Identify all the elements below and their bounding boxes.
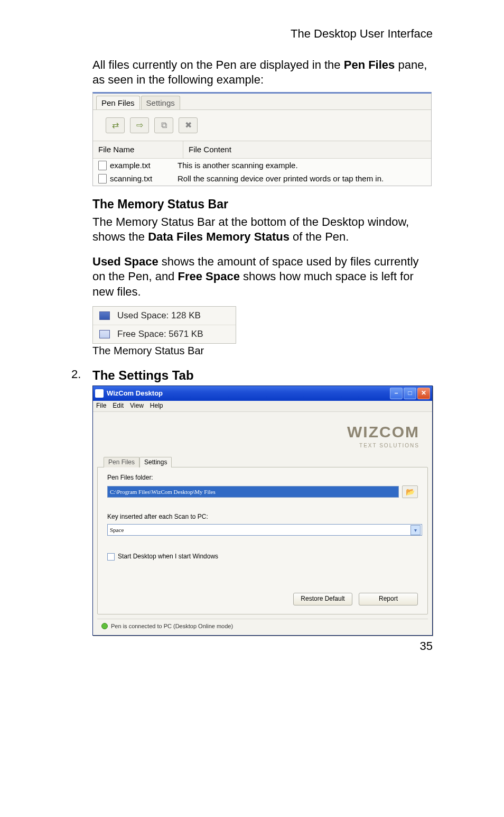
status-online-icon [101, 623, 108, 629]
file-content: Roll the scanning device over printed wo… [178, 173, 426, 184]
menu-file[interactable]: File [96, 402, 106, 410]
brand-sub: TEXT SOLUTIONS [97, 442, 419, 449]
pf-tabstrip: Pen Files Settings [93, 94, 431, 111]
app-icon [95, 389, 104, 398]
list-item-2: 2. The Settings Tab [71, 367, 433, 383]
file-name: example.txt [110, 160, 151, 171]
col-file-content[interactable]: File Content [183, 141, 431, 158]
mem-p1b: Data Files Memory Status [148, 230, 290, 243]
start-with-windows-checkbox[interactable]: Start Desktop when I start Windows [107, 553, 418, 561]
minimize-button[interactable]: – [390, 388, 403, 399]
pf-table-header: File Name File Content [93, 141, 431, 159]
settings-tab-heading: The Settings Tab [92, 367, 194, 383]
tab-pen-files[interactable]: Pen Files [96, 96, 140, 110]
close-button[interactable]: ✕ [417, 388, 430, 399]
file-name: scanning.txt [110, 173, 152, 184]
status-text: Pen is connected to PC (Desktop Online m… [111, 622, 233, 630]
free-space-text: Free Space: 5671 KB [117, 328, 203, 340]
titlebar[interactable]: WizCom Desktop – □ ✕ [93, 386, 432, 401]
intro-paragraph: All files currently on the Pen are displ… [92, 58, 433, 88]
key-label: Key inserted after each Scan to PC: [107, 513, 418, 521]
delete-icon[interactable]: ✖ [179, 117, 198, 133]
statusbar: Pen is connected to PC (Desktop Online m… [97, 619, 428, 632]
menubar: File Edit View Help [93, 401, 432, 412]
file-content: This is another scanning example. [178, 160, 426, 171]
window-body: WIZCOM TEXT SOLUTIONS Pen Files Settings… [93, 412, 432, 636]
used-space-text: Used Space: 128 KB [117, 310, 201, 322]
file-icon [98, 161, 107, 170]
page-number: 35 [71, 639, 433, 654]
page-header: The Desktop User Interface [71, 26, 433, 42]
arrow-right-icon[interactable]: ⇨ [130, 117, 149, 133]
wizcom-window: WizCom Desktop – □ ✕ File Edit View Help… [92, 385, 433, 636]
memory-status-caption: The Memory Status Bar [92, 344, 433, 357]
table-row[interactable]: scanning.txt Roll the scanning device ov… [93, 172, 431, 186]
free-label: Free Space [178, 270, 239, 283]
brand-block: WIZCOM TEXT SOLUTIONS [97, 417, 428, 456]
key-select-value: Space [110, 526, 124, 534]
menu-edit[interactable]: Edit [113, 402, 124, 410]
menu-help[interactable]: Help [150, 402, 163, 410]
tab-settings-2[interactable]: Settings [139, 457, 172, 468]
used-space-row: Used Space: 128 KB [93, 307, 236, 325]
memory-status-bar-image: Used Space: 128 KB Free Space: 5671 KB [92, 306, 236, 344]
table-row[interactable]: example.txt This is another scanning exa… [93, 159, 431, 172]
chevron-down-icon: ▾ [410, 525, 421, 535]
checkbox-box [107, 553, 115, 561]
memory-paragraph-2: Used Space shows the amount of space use… [92, 254, 433, 300]
brand-logo: WIZCOM [97, 421, 419, 442]
checkbox-label: Start Desktop when I start Windows [118, 553, 218, 561]
maximize-button[interactable]: □ [404, 388, 416, 399]
folder-field-row: 📂 [107, 485, 418, 498]
list-number: 2. [71, 367, 85, 383]
intro-bold-1: Pen Files [344, 58, 395, 71]
tab-settings[interactable]: Settings [141, 96, 180, 110]
used-space-swatch [99, 311, 110, 320]
report-button[interactable]: Report [359, 593, 418, 605]
settings-tabstrip: Pen Files Settings [97, 456, 428, 467]
restore-default-button[interactable]: Restore Default [293, 593, 352, 605]
settings-panel: Pen Files folder: 📂 Key inserted after e… [97, 467, 428, 614]
browse-folder-icon[interactable]: 📂 [402, 485, 418, 498]
memory-status-heading: The Memory Status Bar [92, 197, 433, 213]
free-space-swatch [99, 330, 110, 338]
pf-toolbar: ⇄ ⇨ ⧉ ✖ [93, 110, 431, 141]
key-select[interactable]: Space ▾ [107, 524, 422, 536]
penfiles-screenshot: Pen Files Settings ⇄ ⇨ ⧉ ✖ File Name Fil… [92, 92, 432, 186]
menu-view[interactable]: View [130, 402, 144, 410]
used-label: Used Space [92, 255, 158, 268]
mem-p1c: of the Pen. [290, 230, 349, 243]
memory-paragraph-1: The Memory Status Bar at the bottom of t… [92, 215, 433, 245]
file-icon [98, 174, 107, 183]
button-row: Restore Default Report [107, 593, 418, 605]
copy-icon[interactable]: ⧉ [154, 117, 173, 133]
tab-pen-files-2[interactable]: Pen Files [104, 457, 139, 468]
free-space-row: Free Space: 5671 KB [93, 325, 236, 343]
folder-label: Pen Files folder: [107, 474, 418, 482]
col-file-name[interactable]: File Name [93, 141, 183, 158]
window-title: WizCom Desktop [107, 389, 163, 398]
folder-path-input[interactable] [107, 486, 399, 498]
intro-text-1: All files currently on the Pen are displ… [92, 58, 344, 71]
sync-icon[interactable]: ⇄ [106, 117, 125, 133]
